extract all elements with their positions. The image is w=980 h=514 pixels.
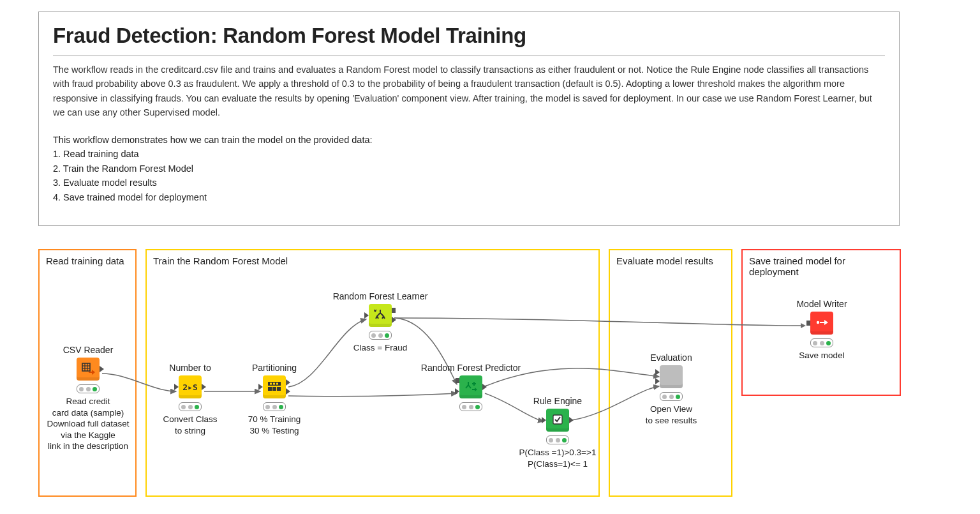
zone-read-title: Read training data	[46, 255, 129, 266]
node-rf-learner-title: Random Forest Learner	[329, 291, 431, 301]
table-arrow-icon	[81, 361, 95, 377]
node-rf-predictor-status	[459, 402, 482, 411]
svg-marker-19	[824, 320, 828, 325]
node-model-writer[interactable]: Model Writer Save model	[771, 299, 873, 361]
node-number-to-string-body[interactable]: 2▸S	[179, 375, 202, 398]
number-to-string-icon: 2▸S	[182, 382, 197, 392]
node-rf-predictor-body[interactable]	[459, 375, 482, 398]
node-partitioning-body[interactable]	[263, 375, 286, 398]
svg-marker-7	[92, 370, 95, 375]
node-rf-learner-caption: Class = Fraud	[329, 342, 431, 354]
node-csv-reader-caption: Read credit card data (sample) Download …	[37, 396, 139, 452]
svg-marker-16	[475, 388, 477, 391]
zone-save-title: Save trained model for deployment	[749, 255, 893, 277]
checklist-icon	[552, 414, 563, 427]
tree-icon	[374, 308, 387, 323]
svg-point-18	[817, 321, 819, 323]
svg-rect-12	[270, 382, 272, 384]
node-evaluation-status	[660, 392, 683, 401]
node-rule-engine-status	[546, 435, 569, 444]
header-divider	[53, 56, 885, 56]
node-number-to-string-status	[179, 402, 202, 411]
step-3: 3. Evaluate model results	[53, 176, 885, 190]
node-evaluation-caption: Open View to see results	[620, 404, 722, 426]
step-1: 1. Read training data	[53, 147, 885, 161]
node-csv-reader[interactable]: CSV Reader Read credit card data (sample…	[37, 345, 139, 452]
zone-train-title: Train the Random Forest Model	[153, 255, 592, 266]
steps-intro: This workflow demonstrates how we can tr…	[53, 133, 885, 147]
node-model-writer-status	[810, 338, 833, 347]
header-panel: Fraud Detection: Random Forest Model Tra…	[38, 11, 900, 226]
node-model-writer-title: Model Writer	[771, 299, 873, 309]
node-partitioning-status	[263, 402, 286, 411]
node-csv-reader-body[interactable]	[77, 358, 100, 381]
step-2: 2. Train the Random Forest Model	[53, 162, 885, 176]
node-csv-reader-status	[77, 384, 100, 393]
node-rf-learner-body[interactable]	[369, 304, 392, 327]
svg-rect-13	[273, 382, 275, 384]
model-write-icon	[815, 318, 828, 329]
svg-rect-2	[82, 363, 90, 371]
node-evaluation[interactable]: Evaluation Open View to see results	[620, 352, 722, 426]
partition-icon	[268, 382, 281, 393]
node-rule-engine-caption: P(Class =1)>0.3=>1 P(Class=1)<= 1	[507, 447, 609, 469]
node-rule-engine[interactable]: Rule Engine P(Class =1)>0.3=>1 P(Class=1…	[507, 396, 609, 469]
node-partitioning-title: Partitioning	[223, 363, 325, 373]
svg-rect-9	[268, 387, 272, 391]
node-rf-learner[interactable]: Random Forest Learner Class = Fraud	[329, 291, 431, 354]
node-evaluation-title: Evaluation	[620, 352, 722, 363]
svg-rect-11	[277, 387, 281, 391]
zone-eval-title: Evaluate model results	[616, 255, 725, 266]
node-evaluation-body[interactable]	[660, 365, 683, 388]
node-rule-engine-body[interactable]	[546, 409, 569, 432]
node-rf-predictor-title: Random Forest Predictor	[420, 363, 522, 373]
step-4: 4. Save trained model for deployment	[53, 190, 885, 204]
node-partitioning-caption: 70 % Training 30 % Testing	[223, 414, 325, 436]
svg-rect-14	[276, 382, 278, 384]
node-csv-reader-title: CSV Reader	[37, 345, 139, 355]
node-model-writer-caption: Save model	[771, 350, 873, 361]
tree-predict-icon	[464, 380, 477, 395]
node-rf-learner-status	[369, 331, 392, 340]
header-steps: This workflow demonstrates how we can tr…	[53, 133, 885, 204]
node-model-writer-body[interactable]	[810, 312, 833, 335]
svg-rect-10	[272, 387, 276, 391]
node-partitioning[interactable]: Partitioning 70 % Training 30 % Testing	[223, 363, 325, 436]
node-rule-engine-title: Rule Engine	[507, 396, 609, 406]
page-title: Fraud Detection: Random Forest Model Tra…	[53, 24, 885, 48]
header-description: The workflow reads in the creditcard.csv…	[53, 63, 885, 120]
